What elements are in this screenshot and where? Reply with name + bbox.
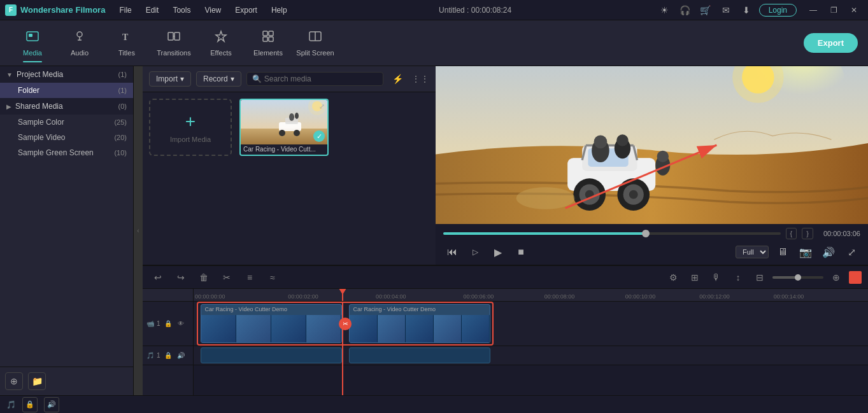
media-toolbar: Import ▾ Record ▾ 🔍 ⚡ ⋮⋮ [143, 66, 436, 92]
audio-clip-2[interactable] [349, 347, 490, 363]
audio-clip-1[interactable] [201, 347, 342, 363]
video-preview [436, 66, 868, 224]
sun-icon[interactable]: ☀ [657, 3, 672, 18]
video-clip-1[interactable]: Car Racing - Video Cutter Demo [201, 304, 342, 343]
import-button[interactable]: Import ▾ [149, 71, 191, 87]
sample-color-count: (25) [114, 118, 127, 126]
download-icon[interactable]: ⬇ [739, 3, 754, 18]
svg-marker-9 [216, 31, 226, 41]
audio-icon [73, 29, 87, 46]
restore-button[interactable]: ❐ [825, 1, 843, 19]
quality-select[interactable]: Full 1/2 1/4 [736, 246, 769, 258]
grid-view-icon[interactable]: ⋮⋮ [411, 70, 429, 88]
toolbar-audio[interactable]: Audio [57, 24, 102, 62]
play-button[interactable]: ▶ [489, 243, 507, 261]
settings-icon[interactable]: ⚙ [664, 269, 682, 286]
audio-lock-icon[interactable]: 🔒 [163, 351, 173, 361]
zoom-thumb[interactable] [795, 274, 801, 281]
export-button[interactable]: Export [804, 33, 858, 53]
split-icon[interactable]: ↕ [729, 269, 747, 286]
import-media-button[interactable]: + Import Media [149, 99, 232, 156]
audio-mute-icon[interactable]: 🔊 [176, 351, 186, 361]
toolbar-titles[interactable]: T Titles [104, 24, 149, 62]
bracket-close-button[interactable]: } [802, 228, 813, 239]
svg-rect-11 [269, 31, 273, 36]
stop-button[interactable]: ■ [512, 243, 530, 261]
timeline-playhead[interactable] [342, 289, 343, 301]
audio-wave-button[interactable]: ≈ [264, 269, 281, 286]
screen-output-icon[interactable]: 🖥 [774, 243, 792, 261]
menu-export[interactable]: Export [229, 4, 264, 16]
record-button[interactable]: Record ▾ [196, 71, 241, 87]
filter-icon[interactable]: ⚡ [388, 70, 406, 88]
menu-tools[interactable]: Tools [166, 4, 197, 16]
keyframe-button[interactable]: ≡ [241, 269, 259, 286]
sample-green-screen-item[interactable]: Sample Green Screen (10) [0, 145, 133, 160]
video-clip-2[interactable]: Car Racing - Video Cutter Demo [349, 304, 490, 343]
minimize-button[interactable]: — [804, 1, 822, 19]
cut-marker[interactable]: ✂ [339, 302, 352, 346]
sample-color-item[interactable]: Sample Color (25) [0, 115, 133, 130]
progress-track[interactable] [443, 232, 781, 235]
project-media-count: (1) [118, 71, 127, 78]
search-input[interactable] [264, 74, 378, 83]
shop-icon[interactable]: 🛒 [698, 3, 713, 18]
toolbar-split-screen[interactable]: Split Screen [293, 24, 338, 62]
video-track-1: Car Racing - Video Cutter Demo [194, 302, 868, 346]
media-item-label: Car Racing - Video Cutt... [241, 144, 327, 154]
screenshot-icon[interactable]: 📷 [797, 243, 815, 261]
media-item-car-racing[interactable]: ⤢ ✓ Car Racing - Video Cutt... [239, 99, 329, 156]
ruler-6: 00:00:06:00 [464, 293, 494, 300]
clip-1-thumb [201, 315, 341, 342]
undo-button[interactable]: ↩ [149, 269, 167, 286]
toolbar-media[interactable]: Media [10, 24, 55, 62]
menu-file[interactable]: File [113, 4, 138, 16]
media-icon [25, 29, 39, 46]
menu-edit[interactable]: Edit [139, 4, 166, 16]
delete-button[interactable]: 🗑 [195, 269, 213, 286]
toolbar-elements[interactable]: Elements [246, 24, 290, 62]
grid-icon[interactable]: ⊞ [686, 269, 704, 286]
effects-label: Effects [210, 49, 231, 57]
bracket-open-button[interactable]: { [786, 228, 797, 239]
headphones-icon[interactable]: 🎧 [678, 3, 693, 18]
toolbar-effects[interactable]: Effects [199, 24, 243, 62]
close-button[interactable]: ✕ [845, 1, 863, 19]
svg-point-19 [279, 130, 285, 136]
volume-status-button[interactable]: 🔊 [44, 397, 59, 412]
search-box: 🔍 [246, 72, 383, 86]
play-slow-button[interactable]: ▷ [466, 243, 484, 261]
progress-thumb[interactable] [642, 230, 650, 237]
zoom-out-icon[interactable]: ⊟ [751, 269, 769, 286]
lock-status-button[interactable]: 🔒 [22, 397, 38, 412]
window-title: Untitled : 00:00:08:24 [294, 6, 657, 15]
volume-icon[interactable]: 🔊 [820, 243, 837, 261]
window-controls: — ❐ ✕ [804, 1, 863, 19]
menu-view[interactable]: View [198, 4, 227, 16]
lock-icon[interactable]: 🔒 [163, 319, 173, 329]
zoom-in-icon[interactable]: ⊕ [827, 269, 845, 286]
step-back-button[interactable]: ⏮ [443, 243, 461, 261]
add-media-button[interactable]: ⊕ [5, 372, 23, 390]
left-panel: ▼ Project Media (1) Folder (1) ▶ Shared … [0, 66, 134, 395]
shared-media-header[interactable]: ▶ Shared Media (0) [0, 98, 133, 115]
audio-track-id: 1 [157, 352, 160, 359]
audio-track-1 [194, 346, 868, 365]
top-area: Import ▾ Record ▾ 🔍 ⚡ ⋮⋮ [143, 66, 868, 265]
mic-icon[interactable]: 🎙 [708, 269, 725, 286]
eye-icon[interactable]: 👁 [176, 319, 186, 329]
main-toolbar: Media Audio T Titles Transitions Effects [0, 20, 868, 66]
fullscreen-icon[interactable]: ⤢ [843, 243, 860, 261]
folder-button[interactable]: 📁 [28, 372, 46, 390]
notification-icon[interactable]: ✉ [718, 3, 734, 18]
toolbar-transitions[interactable]: Transitions [152, 24, 196, 62]
menu-help[interactable]: Help [265, 4, 294, 16]
zoom-track[interactable] [772, 276, 823, 279]
sample-video-item[interactable]: Sample Video (20) [0, 130, 133, 145]
folder-item[interactable]: Folder (1) [0, 83, 133, 98]
login-button[interactable]: Login [759, 4, 797, 17]
panel-collapse-button[interactable]: ‹ [134, 66, 143, 395]
redo-button[interactable]: ↪ [172, 269, 190, 286]
project-media-header[interactable]: ▼ Project Media (1) [0, 66, 133, 83]
cut-button[interactable]: ✂ [218, 269, 236, 286]
